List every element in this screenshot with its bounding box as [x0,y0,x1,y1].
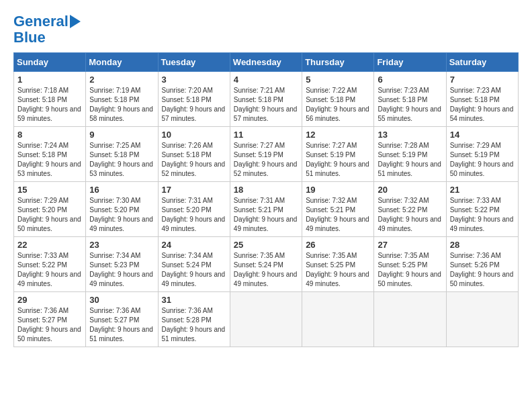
calendar-cell: 25Sunrise: 7:35 AMSunset: 5:24 PMDayligh… [230,237,302,292]
day-number: 23 [89,240,154,250]
day-info: Sunrise: 7:30 AMSunset: 5:20 PMDaylight:… [89,197,153,232]
weekday-header-wednesday: Wednesday [230,53,302,72]
day-info: Sunrise: 7:19 AMSunset: 5:18 PMDaylight:… [89,87,153,122]
calendar-week-row: 8Sunrise: 7:24 AMSunset: 5:18 PMDaylight… [14,127,519,182]
day-number: 10 [162,130,226,140]
calendar-week-row: 29Sunrise: 7:36 AMSunset: 5:27 PMDayligh… [14,292,519,347]
weekday-header-saturday: Saturday [446,53,518,72]
calendar-cell: 26Sunrise: 7:35 AMSunset: 5:25 PMDayligh… [302,237,374,292]
day-number: 13 [378,130,442,140]
calendar-week-row: 22Sunrise: 7:33 AMSunset: 5:22 PMDayligh… [14,237,519,292]
calendar-cell: 17Sunrise: 7:31 AMSunset: 5:20 PMDayligh… [158,182,230,237]
day-number: 27 [378,240,442,250]
day-info: Sunrise: 7:33 AMSunset: 5:22 PMDaylight:… [450,197,514,232]
day-info: Sunrise: 7:26 AMSunset: 5:18 PMDaylight:… [162,142,226,177]
day-info: Sunrise: 7:32 AMSunset: 5:21 PMDaylight:… [306,197,369,232]
calendar-cell: 22Sunrise: 7:33 AMSunset: 5:22 PMDayligh… [14,237,86,292]
calendar-cell: 23Sunrise: 7:34 AMSunset: 5:23 PMDayligh… [86,237,158,292]
day-info: Sunrise: 7:28 AMSunset: 5:19 PMDaylight:… [378,142,441,177]
day-number: 6 [378,75,442,85]
weekday-header-tuesday: Tuesday [158,53,230,72]
calendar-cell [446,292,518,347]
day-info: Sunrise: 7:34 AMSunset: 5:23 PMDaylight:… [89,252,153,287]
day-info: Sunrise: 7:27 AMSunset: 5:19 PMDaylight:… [306,142,369,177]
day-info: Sunrise: 7:36 AMSunset: 5:27 PMDaylight:… [17,307,81,342]
calendar-cell: 14Sunrise: 7:29 AMSunset: 5:19 PMDayligh… [446,127,518,182]
weekday-header-friday: Friday [374,53,446,72]
calendar-cell: 20Sunrise: 7:32 AMSunset: 5:22 PMDayligh… [374,182,446,237]
day-info: Sunrise: 7:36 AMSunset: 5:28 PMDaylight:… [162,307,226,342]
day-info: Sunrise: 7:23 AMSunset: 5:18 PMDaylight:… [378,87,441,122]
calendar-cell: 11Sunrise: 7:27 AMSunset: 5:19 PMDayligh… [230,127,302,182]
weekday-header-sunday: Sunday [14,53,86,72]
calendar-cell: 18Sunrise: 7:31 AMSunset: 5:21 PMDayligh… [230,182,302,237]
day-info: Sunrise: 7:23 AMSunset: 5:18 PMDaylight:… [450,87,514,122]
day-info: Sunrise: 7:29 AMSunset: 5:20 PMDaylight:… [17,197,81,232]
calendar-cell: 10Sunrise: 7:26 AMSunset: 5:18 PMDayligh… [158,127,230,182]
calendar-cell: 29Sunrise: 7:36 AMSunset: 5:27 PMDayligh… [14,292,86,347]
day-number: 1 [17,75,82,85]
day-number: 8 [17,130,82,140]
day-number: 9 [89,130,154,140]
calendar-cell: 4Sunrise: 7:21 AMSunset: 5:18 PMDaylight… [230,72,302,127]
weekday-header-thursday: Thursday [302,53,374,72]
day-info: Sunrise: 7:35 AMSunset: 5:24 PMDaylight:… [234,252,298,287]
day-info: Sunrise: 7:36 AMSunset: 5:27 PMDaylight:… [89,307,153,342]
calendar-cell: 2Sunrise: 7:19 AMSunset: 5:18 PMDaylight… [86,72,158,127]
calendar-cell: 30Sunrise: 7:36 AMSunset: 5:27 PMDayligh… [86,292,158,347]
logo-text: General [13,13,69,30]
calendar-cell: 15Sunrise: 7:29 AMSunset: 5:20 PMDayligh… [14,182,86,237]
day-info: Sunrise: 7:35 AMSunset: 5:25 PMDaylight:… [306,252,369,287]
calendar-cell: 13Sunrise: 7:28 AMSunset: 5:19 PMDayligh… [374,127,446,182]
day-info: Sunrise: 7:21 AMSunset: 5:18 PMDaylight:… [234,87,298,122]
day-number: 5 [306,75,370,85]
day-number: 12 [306,130,370,140]
day-number: 19 [306,185,370,195]
day-info: Sunrise: 7:36 AMSunset: 5:26 PMDaylight:… [450,252,514,287]
day-number: 11 [234,130,298,140]
calendar-cell: 19Sunrise: 7:32 AMSunset: 5:21 PMDayligh… [302,182,374,237]
logo: General Blue [13,13,81,46]
calendar-cell: 6Sunrise: 7:23 AMSunset: 5:18 PMDaylight… [374,72,446,127]
day-info: Sunrise: 7:34 AMSunset: 5:24 PMDaylight:… [162,252,226,287]
calendar-cell: 1Sunrise: 7:18 AMSunset: 5:18 PMDaylight… [14,72,86,127]
calendar-cell: 9Sunrise: 7:25 AMSunset: 5:18 PMDaylight… [86,127,158,182]
logo-text-blue: Blue [13,30,46,46]
calendar-cell: 7Sunrise: 7:23 AMSunset: 5:18 PMDaylight… [446,72,518,127]
calendar-cell [374,292,446,347]
day-info: Sunrise: 7:25 AMSunset: 5:18 PMDaylight:… [89,142,153,177]
weekday-header-row: SundayMondayTuesdayWednesdayThursdayFrid… [14,53,519,72]
calendar-cell: 28Sunrise: 7:36 AMSunset: 5:26 PMDayligh… [446,237,518,292]
day-number: 31 [162,295,226,305]
day-number: 28 [450,240,515,250]
calendar-cell [230,292,302,347]
calendar-cell: 21Sunrise: 7:33 AMSunset: 5:22 PMDayligh… [446,182,518,237]
day-info: Sunrise: 7:32 AMSunset: 5:22 PMDaylight:… [378,197,441,232]
calendar-cell: 16Sunrise: 7:30 AMSunset: 5:20 PMDayligh… [86,182,158,237]
day-info: Sunrise: 7:22 AMSunset: 5:18 PMDaylight:… [306,87,369,122]
calendar-cell: 27Sunrise: 7:35 AMSunset: 5:25 PMDayligh… [374,237,446,292]
day-number: 16 [89,185,154,195]
day-number: 15 [17,185,82,195]
day-number: 25 [234,240,298,250]
calendar-week-row: 15Sunrise: 7:29 AMSunset: 5:20 PMDayligh… [14,182,519,237]
calendar-cell [302,292,374,347]
day-info: Sunrise: 7:29 AMSunset: 5:19 PMDaylight:… [450,142,514,177]
day-info: Sunrise: 7:24 AMSunset: 5:18 PMDaylight:… [17,142,81,177]
day-number: 20 [378,185,442,195]
calendar-cell: 8Sunrise: 7:24 AMSunset: 5:18 PMDaylight… [14,127,86,182]
calendar-table: SundayMondayTuesdayWednesdayThursdayFrid… [13,52,519,347]
day-info: Sunrise: 7:31 AMSunset: 5:20 PMDaylight:… [162,197,226,232]
calendar-cell: 5Sunrise: 7:22 AMSunset: 5:18 PMDaylight… [302,72,374,127]
day-info: Sunrise: 7:31 AMSunset: 5:21 PMDaylight:… [234,197,298,232]
day-number: 22 [17,240,82,250]
day-info: Sunrise: 7:27 AMSunset: 5:19 PMDaylight:… [234,142,298,177]
day-number: 14 [450,130,515,140]
logo-arrow-icon [70,15,81,28]
weekday-header-monday: Monday [86,53,158,72]
day-number: 17 [162,185,226,195]
day-number: 4 [234,75,298,85]
header: General Blue [13,13,519,46]
calendar-cell: 12Sunrise: 7:27 AMSunset: 5:19 PMDayligh… [302,127,374,182]
calendar-cell: 24Sunrise: 7:34 AMSunset: 5:24 PMDayligh… [158,237,230,292]
